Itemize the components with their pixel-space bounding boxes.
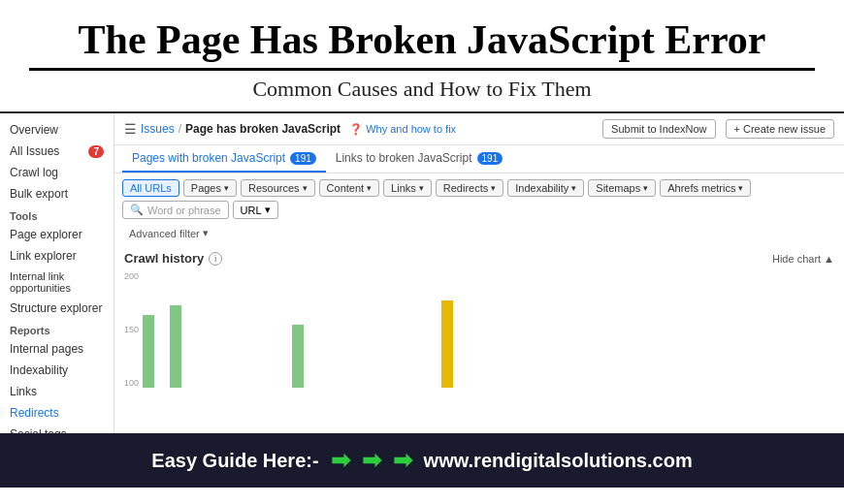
main-title: The Page Has Broken JavaScript Error — [29, 17, 815, 71]
chart-bar — [143, 315, 154, 388]
sidebar-item-indexability[interactable]: Indexability — [0, 360, 114, 381]
bar-chart — [143, 271, 453, 388]
chart-title-container: Crawl history i — [124, 251, 222, 266]
advanced-filter-caret-icon: ▾ — [203, 227, 209, 239]
filter-indexability[interactable]: Indexability ▾ — [507, 179, 584, 197]
search-icon: 🔍 — [130, 204, 144, 216]
links-caret-icon: ▾ — [419, 183, 424, 193]
filter-bar: All URLs Pages ▾ Resources ▾ Content ▾ L… — [114, 173, 844, 225]
filter-content[interactable]: Content ▾ — [319, 179, 380, 197]
chart-title-label: Crawl history — [124, 251, 204, 266]
breadcrumb-current: Page has broken JavaScript — [185, 122, 341, 136]
breadcrumb: ☰ Issues / Page has broken JavaScript ❓ … — [124, 121, 456, 137]
tabs-row: Pages with broken JavaScript 191 Links t… — [114, 145, 844, 173]
bottom-bar: Easy Guide Here:- ➡ ➡ ➡ www.rendigitalso… — [0, 433, 844, 488]
hide-chart-chevron-icon: ▲ — [824, 253, 834, 265]
website-label: www.rendigitalsolutions.com — [424, 450, 693, 472]
ahrefs-caret-icon: ▾ — [738, 183, 743, 193]
hide-chart-button[interactable]: Hide chart ▲ — [772, 253, 834, 265]
url-dropdown[interactable]: URL ▾ — [233, 201, 278, 219]
chart-bar — [170, 305, 181, 388]
pages-caret-icon: ▾ — [224, 183, 229, 193]
breadcrumb-issues[interactable]: Issues — [141, 122, 175, 136]
tools-section-label: Tools — [0, 205, 114, 224]
top-bar-actions: Submit to IndexNow + Create new issue — [602, 119, 834, 139]
filter-links[interactable]: Links ▾ — [383, 179, 432, 197]
sidebar-item-redirects[interactable]: Redirects — [0, 402, 114, 424]
header-section: The Page Has Broken JavaScript Error Com… — [0, 0, 844, 113]
breadcrumb-separator: / — [179, 122, 181, 136]
indexability-caret-icon: ▾ — [571, 183, 576, 193]
easy-guide-label: Easy Guide Here:- — [151, 450, 318, 472]
sidebar-item-link-explorer[interactable]: Link explorer — [0, 245, 114, 267]
search-box: 🔍 Word or phrase — [122, 201, 229, 219]
filter-pages[interactable]: Pages ▾ — [183, 179, 237, 197]
chart-section: Crawl history i Hide chart ▲ 200 150 100 — [114, 245, 844, 394]
redirects-caret-icon: ▾ — [491, 183, 496, 193]
chart-header: Crawl history i Hide chart ▲ — [124, 251, 834, 266]
arrow-icon-2: ➡ — [362, 447, 381, 474]
content-caret-icon: ▾ — [367, 183, 372, 193]
sidebar-item-crawl-log[interactable]: Crawl log — [0, 162, 114, 183]
chart-y-labels: 200 150 100 — [124, 271, 143, 388]
reports-section-label: Reports — [0, 319, 114, 338]
sidebar-item-internal-link-opportunities[interactable]: Internal link opportunities — [0, 267, 114, 298]
create-new-issue-button[interactable]: + Create new issue — [726, 119, 834, 139]
question-icon: ❓ — [349, 123, 363, 135]
resources-caret-icon: ▾ — [303, 183, 308, 193]
arrow-icon-1: ➡ — [331, 447, 350, 474]
sidebar-item-page-explorer[interactable]: Page explorer — [0, 224, 114, 245]
filter-sitemaps[interactable]: Sitemaps ▾ — [588, 179, 656, 197]
tab-pages-broken-js[interactable]: Pages with broken JavaScript 191 — [122, 145, 326, 173]
chart-bar — [441, 300, 453, 388]
filter-resources[interactable]: Resources ▾ — [241, 179, 315, 197]
all-issues-badge: 7 — [88, 145, 104, 158]
sidebar-item-links[interactable]: Links — [0, 381, 114, 402]
sidebar-item-overview[interactable]: Overview — [0, 119, 114, 141]
hamburger-icon: ☰ — [124, 121, 137, 137]
sidebar: Overview All Issues 7 Crawl log Bulk exp… — [0, 113, 114, 433]
why-link[interactable]: ❓ Why and how to fix — [349, 123, 456, 136]
sub-title: Common Causes and How to Fix Them — [29, 77, 815, 102]
tab-badge-links: 191 — [477, 152, 503, 165]
url-caret-icon: ▾ — [265, 204, 271, 216]
filter-redirects[interactable]: Redirects ▾ — [436, 179, 503, 197]
tab-badge-pages: 191 — [290, 152, 316, 165]
filter-all-urls[interactable]: All URLs — [122, 179, 179, 197]
advanced-filter-row: Advanced filter ▾ — [114, 225, 844, 245]
chart-info-icon[interactable]: i — [209, 252, 222, 266]
filter-ahrefs-metrics[interactable]: Ahrefs metrics ▾ — [660, 179, 751, 197]
submit-indexnow-button[interactable]: Submit to IndexNow — [602, 119, 715, 139]
sitemaps-caret-icon: ▾ — [643, 183, 648, 193]
sidebar-item-structure-explorer[interactable]: Structure explorer — [0, 298, 114, 319]
main-panel: ☰ Issues / Page has broken JavaScript ❓ … — [114, 113, 844, 433]
arrow-icon-3: ➡ — [393, 447, 412, 474]
sidebar-item-bulk-export[interactable]: Bulk export — [0, 183, 114, 205]
sidebar-item-internal-pages[interactable]: Internal pages — [0, 338, 114, 360]
chart-bar — [292, 325, 304, 388]
chart-container: 200 150 100 — [124, 271, 834, 388]
advanced-filter-button[interactable]: Advanced filter ▾ — [122, 225, 836, 241]
content-area: Overview All Issues 7 Crawl log Bulk exp… — [0, 113, 844, 433]
sidebar-item-social-tags[interactable]: Social tags — [0, 424, 114, 433]
top-bar: ☰ Issues / Page has broken JavaScript ❓ … — [114, 113, 844, 145]
tab-links-broken-js[interactable]: Links to broken JavaScript 191 — [326, 145, 512, 173]
sidebar-item-all-issues[interactable]: All Issues 7 — [0, 141, 114, 162]
